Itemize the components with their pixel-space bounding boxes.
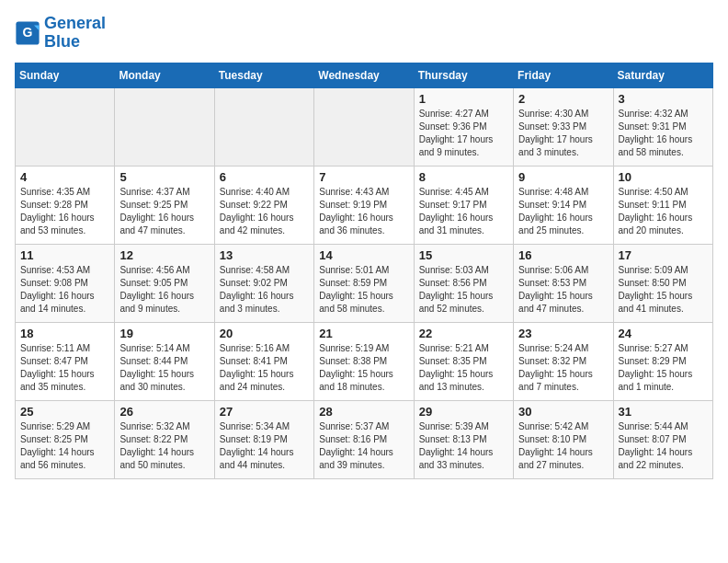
day-info: Sunrise: 4:53 AM Sunset: 9:08 PM Dayligh…: [20, 264, 109, 316]
calendar-cell: 27Sunrise: 5:34 AM Sunset: 8:19 PM Dayli…: [214, 400, 313, 478]
calendar-cell: 21Sunrise: 5:19 AM Sunset: 8:38 PM Dayli…: [314, 322, 414, 400]
day-number: 11: [20, 248, 109, 262]
day-info: Sunrise: 5:39 AM Sunset: 8:13 PM Dayligh…: [419, 420, 508, 472]
day-number: 20: [220, 327, 309, 340]
day-number: 1: [419, 92, 508, 106]
calendar-cell: 31Sunrise: 5:44 AM Sunset: 8:07 PM Dayli…: [613, 400, 712, 478]
day-info: Sunrise: 4:30 AM Sunset: 9:33 PM Dayligh…: [518, 108, 608, 159]
day-info: Sunrise: 5:44 AM Sunset: 8:07 PM Dayligh…: [619, 420, 708, 472]
day-info: Sunrise: 5:11 AM Sunset: 8:47 PM Dayligh…: [20, 342, 109, 394]
day-number: 19: [119, 327, 209, 340]
weekday-header-tuesday: Tuesday: [214, 63, 313, 87]
calendar-cell: 8Sunrise: 4:45 AM Sunset: 9:17 PM Daylig…: [414, 166, 513, 244]
calendar-cell: 22Sunrise: 5:21 AM Sunset: 8:35 PM Dayli…: [414, 322, 513, 400]
calendar-cell: [314, 87, 414, 166]
weekday-header-monday: Monday: [115, 63, 214, 87]
calendar-cell: 18Sunrise: 5:11 AM Sunset: 8:47 PM Dayli…: [16, 322, 115, 400]
weekday-header-friday: Friday: [514, 63, 613, 87]
day-info: Sunrise: 5:09 AM Sunset: 8:50 PM Dayligh…: [619, 264, 708, 316]
day-info: Sunrise: 5:03 AM Sunset: 8:56 PM Dayligh…: [419, 264, 508, 316]
calendar-cell: 30Sunrise: 5:42 AM Sunset: 8:10 PM Dayli…: [514, 400, 613, 478]
calendar-cell: 9Sunrise: 4:48 AM Sunset: 9:14 PM Daylig…: [514, 166, 613, 244]
logo-line1: General: [44, 15, 106, 33]
day-info: Sunrise: 5:21 AM Sunset: 8:35 PM Dayligh…: [419, 342, 508, 394]
logo: G General Blue: [15, 15, 106, 52]
day-number: 27: [220, 405, 309, 419]
calendar-cell: 10Sunrise: 4:50 AM Sunset: 9:11 PM Dayli…: [613, 166, 712, 244]
day-number: 28: [319, 405, 408, 419]
day-number: 7: [319, 170, 408, 184]
calendar-cell: 28Sunrise: 5:37 AM Sunset: 8:16 PM Dayli…: [314, 400, 414, 478]
day-number: 29: [419, 405, 508, 419]
week-row-1: 1Sunrise: 4:27 AM Sunset: 9:36 PM Daylig…: [16, 87, 713, 166]
week-row-4: 18Sunrise: 5:11 AM Sunset: 8:47 PM Dayli…: [16, 322, 713, 400]
day-info: Sunrise: 5:29 AM Sunset: 8:25 PM Dayligh…: [20, 420, 109, 472]
logo-line2: Blue: [44, 33, 106, 52]
day-number: 6: [220, 170, 309, 184]
day-info: Sunrise: 5:37 AM Sunset: 8:16 PM Dayligh…: [319, 420, 408, 472]
day-info: Sunrise: 5:16 AM Sunset: 8:41 PM Dayligh…: [220, 342, 309, 394]
day-number: 2: [518, 92, 608, 106]
calendar-table: SundayMondayTuesdayWednesdayThursdayFrid…: [15, 63, 713, 479]
calendar-cell: [214, 87, 313, 166]
day-number: 18: [20, 327, 109, 340]
calendar-cell: 24Sunrise: 5:27 AM Sunset: 8:29 PM Dayli…: [613, 322, 712, 400]
day-number: 26: [119, 405, 209, 419]
page-header: G General Blue: [15, 15, 713, 52]
calendar-cell: 14Sunrise: 5:01 AM Sunset: 8:59 PM Dayli…: [314, 244, 414, 322]
day-number: 30: [518, 405, 608, 419]
calendar-cell: 13Sunrise: 4:58 AM Sunset: 9:02 PM Dayli…: [214, 244, 313, 322]
day-number: 9: [518, 170, 608, 184]
day-info: Sunrise: 5:24 AM Sunset: 8:32 PM Dayligh…: [518, 342, 608, 394]
day-info: Sunrise: 4:56 AM Sunset: 9:05 PM Dayligh…: [119, 264, 209, 316]
day-number: 10: [619, 170, 708, 184]
day-number: 23: [518, 327, 608, 340]
day-number: 12: [119, 248, 209, 262]
day-number: 3: [619, 92, 708, 106]
week-row-2: 4Sunrise: 4:35 AM Sunset: 9:28 PM Daylig…: [16, 166, 713, 244]
calendar-cell: 26Sunrise: 5:32 AM Sunset: 8:22 PM Dayli…: [115, 400, 214, 478]
calendar-cell: 5Sunrise: 4:37 AM Sunset: 9:25 PM Daylig…: [115, 166, 214, 244]
weekday-header-wednesday: Wednesday: [314, 63, 414, 87]
day-info: Sunrise: 4:43 AM Sunset: 9:19 PM Dayligh…: [319, 186, 408, 237]
calendar-cell: 19Sunrise: 5:14 AM Sunset: 8:44 PM Dayli…: [115, 322, 214, 400]
week-row-5: 25Sunrise: 5:29 AM Sunset: 8:25 PM Dayli…: [16, 400, 713, 478]
calendar-cell: 15Sunrise: 5:03 AM Sunset: 8:56 PM Dayli…: [414, 244, 513, 322]
day-info: Sunrise: 4:48 AM Sunset: 9:14 PM Dayligh…: [518, 186, 608, 237]
day-number: 17: [619, 248, 708, 262]
day-info: Sunrise: 5:34 AM Sunset: 8:19 PM Dayligh…: [220, 420, 309, 472]
day-number: 16: [518, 248, 608, 262]
day-number: 13: [220, 248, 309, 262]
calendar-cell: 6Sunrise: 4:40 AM Sunset: 9:22 PM Daylig…: [214, 166, 313, 244]
day-info: Sunrise: 4:58 AM Sunset: 9:02 PM Dayligh…: [220, 264, 309, 316]
day-info: Sunrise: 5:32 AM Sunset: 8:22 PM Dayligh…: [119, 420, 209, 472]
day-info: Sunrise: 4:35 AM Sunset: 9:28 PM Dayligh…: [20, 186, 109, 237]
weekday-header-thursday: Thursday: [414, 63, 513, 87]
weekday-header-row: SundayMondayTuesdayWednesdayThursdayFrid…: [16, 63, 713, 87]
day-number: 5: [119, 170, 209, 184]
calendar-cell: 23Sunrise: 5:24 AM Sunset: 8:32 PM Dayli…: [514, 322, 613, 400]
week-row-3: 11Sunrise: 4:53 AM Sunset: 9:08 PM Dayli…: [16, 244, 713, 322]
calendar-cell: [16, 87, 115, 166]
day-info: Sunrise: 5:42 AM Sunset: 8:10 PM Dayligh…: [518, 420, 608, 472]
calendar-cell: 17Sunrise: 5:09 AM Sunset: 8:50 PM Dayli…: [613, 244, 712, 322]
day-info: Sunrise: 5:19 AM Sunset: 8:38 PM Dayligh…: [319, 342, 408, 394]
day-number: 8: [419, 170, 508, 184]
day-info: Sunrise: 5:01 AM Sunset: 8:59 PM Dayligh…: [319, 264, 408, 316]
day-number: 4: [20, 170, 109, 184]
day-info: Sunrise: 4:40 AM Sunset: 9:22 PM Dayligh…: [220, 186, 309, 237]
day-number: 31: [619, 405, 708, 419]
day-number: 14: [319, 248, 408, 262]
day-info: Sunrise: 5:14 AM Sunset: 8:44 PM Dayligh…: [119, 342, 209, 394]
logo-icon: G: [15, 20, 40, 46]
day-number: 24: [619, 327, 708, 340]
calendar-cell: 2Sunrise: 4:30 AM Sunset: 9:33 PM Daylig…: [514, 87, 613, 166]
day-info: Sunrise: 4:37 AM Sunset: 9:25 PM Dayligh…: [119, 186, 209, 237]
day-number: 22: [419, 327, 508, 340]
day-number: 21: [319, 327, 408, 340]
svg-text:G: G: [23, 25, 33, 40]
day-info: Sunrise: 4:50 AM Sunset: 9:11 PM Dayligh…: [619, 186, 708, 237]
day-info: Sunrise: 4:32 AM Sunset: 9:31 PM Dayligh…: [619, 108, 708, 159]
calendar-cell: 7Sunrise: 4:43 AM Sunset: 9:19 PM Daylig…: [314, 166, 414, 244]
calendar-cell: 25Sunrise: 5:29 AM Sunset: 8:25 PM Dayli…: [16, 400, 115, 478]
